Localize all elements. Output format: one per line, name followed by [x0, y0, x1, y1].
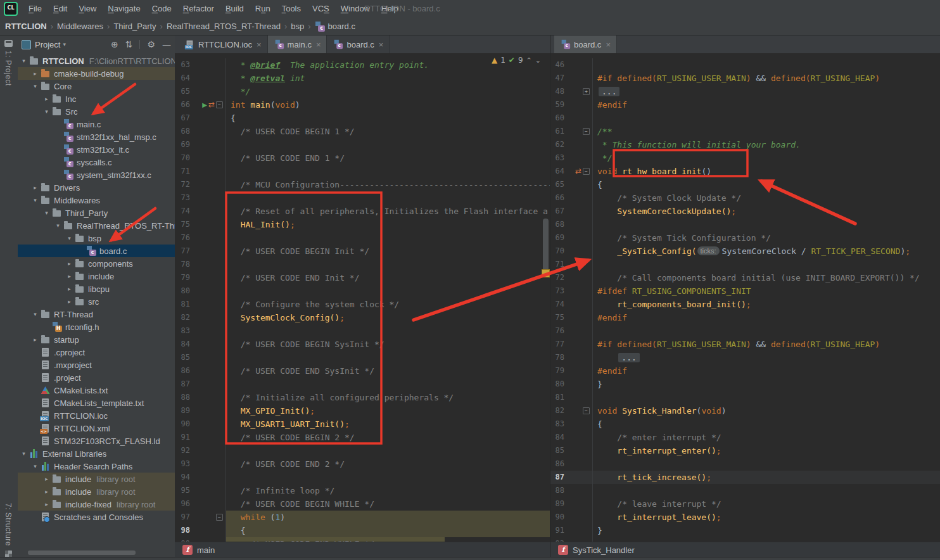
locate-file-icon[interactable]: ⊕	[111, 39, 118, 49]
tree-item-main-c[interactable]: cmain.c	[18, 118, 175, 130]
fold-marker-icon[interactable]: +	[583, 88, 590, 95]
menu-file[interactable]: File	[23, 0, 48, 18]
tree-item-cmake-build-debug[interactable]: ▸cmake-build-debug	[18, 67, 175, 80]
tree-item-include[interactable]: ▸include	[18, 270, 175, 283]
breadcrumb-function-name[interactable]: main	[197, 545, 215, 555]
tree-item-components[interactable]: ▸components	[18, 257, 175, 270]
tree-item-startup[interactable]: ▸startup	[18, 333, 175, 346]
tab-board-c[interactable]: cboard.c×	[327, 35, 390, 53]
tree-item--cproject[interactable]: .cproject	[18, 346, 175, 359]
chevron-right-icon[interactable]: ▸	[42, 96, 51, 102]
breadcrumb-item[interactable]: Middlewares	[57, 22, 103, 31]
tree-item-rttclion-ioc[interactable]: IOCRTTCLION.ioc	[18, 409, 175, 422]
close-icon[interactable]: ×	[316, 40, 321, 49]
close-icon[interactable]: ×	[257, 40, 262, 49]
close-icon[interactable]: ×	[606, 40, 611, 49]
fold-marker-icon[interactable]: −	[583, 128, 590, 135]
hide-panel-icon[interactable]: —	[162, 39, 171, 49]
chevron-down-icon[interactable]: ▾	[63, 41, 66, 48]
chevron-down-icon[interactable]: ▾	[30, 463, 40, 469]
tree-item-rtconfig-h[interactable]: Hrtconfig.h	[18, 321, 175, 333]
tree-item-bsp[interactable]: ▾bsp	[18, 232, 175, 245]
chevron-right-icon[interactable]: ▸	[30, 184, 40, 191]
project-hscrollbar[interactable]	[28, 550, 136, 555]
tree-item-syscalls-c[interactable]: csyscalls.c	[18, 156, 175, 169]
tree-item-third-party[interactable]: ▾Third_Party	[18, 207, 175, 219]
tree-item-stm32f1xx-hal-msp-c[interactable]: cstm32f1xx_hal_msp.c	[18, 130, 175, 143]
tree-item--mxproject[interactable]: .mxproject	[18, 359, 175, 371]
chevron-right-icon[interactable]: ▸	[65, 273, 74, 279]
chevron-down-icon[interactable]: ▾	[42, 108, 51, 115]
chevron-right-icon[interactable]: ▸	[30, 336, 40, 343]
chevron-down-icon[interactable]: ▾	[30, 197, 40, 203]
project-panel-title[interactable]: Project	[35, 40, 60, 49]
chevron-down-icon[interactable]: ▾	[65, 235, 74, 241]
chevron-right-icon[interactable]: ▸	[65, 260, 74, 267]
chevron-right-icon[interactable]: ▸	[65, 298, 74, 305]
inspections-widget[interactable]: ▲1 ✔9 ⌃ ⌄	[492, 56, 541, 65]
menu-refactor[interactable]: Refactor	[177, 0, 220, 18]
tree-item-scratches-and-consoles[interactable]: Scratches and Consoles	[18, 511, 175, 523]
breadcrumb-item[interactable]: Third_Party	[113, 22, 156, 31]
chevron-right-icon[interactable]: ▸	[30, 70, 40, 77]
tree-item-core[interactable]: ▾Core	[18, 80, 175, 92]
breadcrumb-item[interactable]: RTTCLION	[5, 22, 47, 31]
tree-item-stm32f1xx-it-c[interactable]: cstm32f1xx_it.c	[18, 143, 175, 156]
prev-issue-icon[interactable]: ⌃	[526, 56, 532, 65]
tree-item-middlewares[interactable]: ▾Middlewares	[18, 194, 175, 207]
tree-item-board-c[interactable]: cboard.c	[18, 245, 175, 257]
gear-icon[interactable]: ⚙	[147, 39, 155, 49]
breadcrumb-function-name[interactable]: SysTick_Handler	[573, 545, 635, 555]
menu-run[interactable]: Run	[250, 0, 276, 18]
stripe-structure-button[interactable]: 7: Structure	[4, 503, 13, 546]
tree-item-rttclion[interactable]: ▾RTTCLIONF:\ClionRTT\RTTCLION	[18, 54, 175, 67]
cubemx-sync-icon[interactable]: ⇄	[575, 165, 581, 178]
tree-item-drivers[interactable]: ▸Drivers	[18, 181, 175, 194]
editor-board-c[interactable]: 4647#if defined(RT_USING_USER_MAIN) && d…	[550, 53, 940, 542]
editor-main-c[interactable]: 63 * @brief The application entry point.…	[175, 53, 550, 542]
run-icon[interactable]: ▶	[202, 98, 207, 111]
menu-build[interactable]: Build	[220, 0, 250, 18]
menu-edit[interactable]: Edit	[48, 0, 73, 18]
fold-marker-icon[interactable]: −	[583, 407, 590, 414]
breadcrumb-item[interactable]: bsp	[291, 22, 304, 31]
tree-item-include[interactable]: ▸includelibrary root	[18, 485, 175, 498]
tree-item-rt-thread[interactable]: ▾RT-Thread	[18, 308, 175, 321]
chevron-down-icon[interactable]: ▾	[30, 311, 40, 317]
collapse-all-icon[interactable]: ⇅	[125, 39, 133, 49]
chevron-down-icon[interactable]: ▾	[19, 58, 29, 64]
breadcrumb-file[interactable]: board.c	[328, 22, 355, 31]
tree-item-rttclion-xml[interactable]: <>RTTCLION.xml	[18, 422, 175, 435]
stripe-project-button[interactable]: 1: Project	[4, 51, 13, 86]
chevron-down-icon[interactable]: ▾	[30, 83, 40, 89]
tree-item-libcpu[interactable]: ▸libcpu	[18, 283, 175, 295]
chevron-right-icon[interactable]: ▸	[42, 488, 51, 495]
editor-scrollbar[interactable]	[543, 219, 549, 271]
menu-code[interactable]: Code	[146, 0, 177, 18]
menu-view[interactable]: View	[73, 0, 102, 18]
tree-item--project[interactable]: .project	[18, 371, 175, 384]
chevron-right-icon[interactable]: ▸	[42, 501, 51, 507]
tree-item-system-stm32f1xx-c[interactable]: csystem_stm32f1xx.c	[18, 169, 175, 181]
menu-vcs[interactable]: VCS	[307, 0, 335, 18]
breadcrumb-item[interactable]: RealThread_RTOS_RT-Thread	[167, 22, 281, 31]
fold-marker-icon[interactable]: −	[216, 101, 223, 108]
tree-item-inc[interactable]: ▸Inc	[18, 92, 175, 105]
tree-item-realthread-rtos-rt-thread[interactable]: ▾RealThread_RTOS_RT-Thread	[18, 219, 175, 232]
tree-item-cmakelists-txt[interactable]: CMakeLists.txt	[18, 384, 175, 397]
chevron-right-icon[interactable]: ▸	[42, 476, 51, 482]
tree-item-cmakelists-template-txt[interactable]: CMakeLists_template.txt	[18, 397, 175, 409]
tree-item-include[interactable]: ▸includelibrary root	[18, 473, 175, 485]
close-icon[interactable]: ×	[379, 40, 384, 49]
editor-breadcrumb-left[interactable]: f main	[175, 542, 550, 557]
chevron-down-icon[interactable]: ▾	[19, 450, 29, 457]
tab-rttclion-ioc[interactable]: IOCRTTCLION.ioc×	[179, 35, 268, 53]
project-tool-icon[interactable]	[4, 40, 13, 47]
fold-marker-icon[interactable]: −	[583, 168, 590, 175]
tab-board-c[interactable]: cboard.c×	[554, 35, 617, 53]
cubemx-sync-icon[interactable]: ⇄	[208, 98, 215, 111]
tree-item-include-fixed[interactable]: ▸include-fixedlibrary root	[18, 498, 175, 511]
chevron-right-icon[interactable]: ▸	[65, 286, 74, 292]
tree-item-src[interactable]: ▸src	[18, 295, 175, 308]
tab-main-c[interactable]: cmain.c×	[268, 35, 327, 53]
